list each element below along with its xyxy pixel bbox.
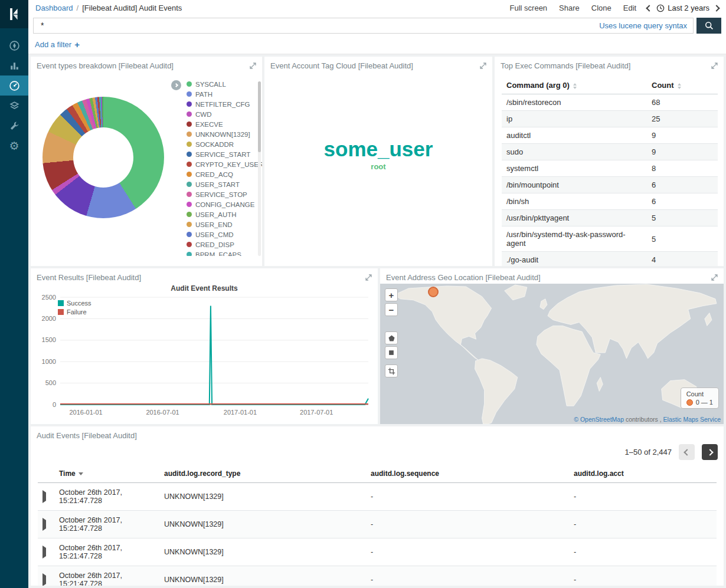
- table-row[interactable]: October 26th 2017, 15:21:47.728 UNKNOWN[…: [38, 483, 717, 511]
- kibana-logo-icon: [5, 5, 23, 23]
- table-row[interactable]: October 26th 2017, 15:21:47.728 UNKNOWN[…: [38, 566, 717, 586]
- fit-bounds-button[interactable]: [385, 364, 398, 377]
- zoom-out-button[interactable]: −: [385, 303, 398, 316]
- sidebar-item-management[interactable]: ⚙: [0, 136, 28, 156]
- legend-item[interactable]: USER_START: [187, 179, 262, 189]
- draw-rectangle-button[interactable]: [385, 346, 398, 359]
- time-range-label: Last 2 years: [668, 4, 709, 12]
- series-legend-item[interactable]: Success: [58, 298, 91, 307]
- nav-action-share[interactable]: Share: [559, 4, 580, 12]
- search-button[interactable]: [696, 18, 721, 34]
- table-row[interactable]: October 26th 2017, 15:21:47.728 UNKNOWN[…: [38, 511, 717, 538]
- exec-column-count[interactable]: Count: [647, 77, 718, 94]
- sidebar-item-visualize[interactable]: [0, 55, 28, 75]
- lucene-syntax-link[interactable]: Uses lucene query syntax: [599, 21, 687, 30]
- search-input[interactable]: [34, 18, 693, 33]
- command-cell: /usr/bin/systemd-tty-ask-password-agent: [502, 226, 647, 252]
- legend-item[interactable]: SERVICE_STOP: [187, 189, 262, 199]
- legend-label: BPRM_FCAPS: [195, 251, 241, 257]
- kibana-logo[interactable]: [0, 0, 28, 28]
- chevron-left-icon[interactable]: [646, 5, 653, 11]
- legend-color-dot: [187, 172, 192, 177]
- series-legend-item[interactable]: Failure: [58, 307, 91, 316]
- exec-column-command[interactable]: Command (arg 0): [502, 77, 647, 94]
- geo-map[interactable]: + −: [380, 284, 724, 424]
- legend-scrollbar[interactable]: [258, 81, 261, 256]
- expand-panel-icon[interactable]: [711, 274, 718, 281]
- sidebar-item-discover[interactable]: [0, 35, 28, 55]
- legend-item[interactable]: SYSCALL: [187, 79, 262, 89]
- legend-item[interactable]: USER_CMD: [187, 229, 262, 239]
- count-cell: 25: [647, 111, 718, 127]
- donut-hole: [73, 127, 133, 188]
- legend-toggle-button[interactable]: [171, 80, 181, 90]
- tag-root[interactable]: root: [371, 163, 385, 171]
- sort-desc-icon: [79, 472, 83, 475]
- table-row: /bin/mountpoint6: [502, 177, 718, 193]
- nav-action-full-screen[interactable]: Full screen: [510, 4, 548, 12]
- series-label: Failure: [67, 308, 87, 316]
- nav-action-edit[interactable]: Edit: [623, 4, 636, 12]
- breadcrumb: Dashboard / [Filebeat Auditd] Audit Even…: [35, 4, 182, 12]
- table-row: auditctl9: [502, 127, 718, 144]
- legend-item[interactable]: UNKNOWN[1329]: [187, 129, 262, 139]
- legend-item[interactable]: PATH: [187, 89, 262, 99]
- pagination: 1–50 of 2,447: [31, 442, 724, 465]
- audit-column-sequence[interactable]: auditd.log.sequence: [366, 465, 569, 483]
- expander-cell[interactable]: [38, 538, 54, 566]
- draw-polygon-button[interactable]: [385, 331, 398, 344]
- svg-text:500: 500: [45, 379, 56, 386]
- sequence-cell: -: [366, 538, 569, 566]
- expand-panel-icon[interactable]: [480, 63, 486, 69]
- elastic-maps-link[interactable]: Elastic Maps Service: [663, 416, 721, 423]
- next-page-button[interactable]: [702, 444, 718, 460]
- sidebar-item-dev-tools[interactable]: [0, 116, 28, 136]
- audit-column-record-type[interactable]: auditd.log.record_type: [159, 465, 366, 483]
- audit-column-time[interactable]: Time: [54, 465, 159, 483]
- nav-action-clone[interactable]: Clone: [591, 4, 611, 12]
- expand-row-icon: [42, 573, 46, 586]
- expander-cell[interactable]: [38, 511, 54, 538]
- openstreetmap-link[interactable]: © OpenStreetMap: [574, 416, 624, 423]
- previous-page-button[interactable]: [679, 444, 695, 460]
- expand-panel-icon[interactable]: [250, 63, 256, 69]
- legend-item[interactable]: EXECVE: [187, 119, 262, 129]
- legend-item[interactable]: BPRM_FCAPS: [187, 249, 262, 256]
- sidebar-item-timelion[interactable]: [0, 96, 28, 116]
- legend-item[interactable]: CRYPTO_KEY_USER: [187, 159, 262, 169]
- legend-item[interactable]: USER_END: [187, 219, 262, 229]
- legend-item[interactable]: NETFILTER_CFG: [187, 99, 262, 109]
- crop-icon: [388, 367, 395, 375]
- legend-item[interactable]: CRED_ACQ: [187, 169, 262, 179]
- series-label: Success: [67, 300, 91, 307]
- legend-item[interactable]: CONFIG_CHANGE: [187, 199, 262, 209]
- table-row: /usr/bin/pkttyagent5: [502, 210, 718, 226]
- chevron-right-icon[interactable]: [713, 5, 720, 11]
- audit-column-acct[interactable]: auditd.log.acct: [569, 465, 717, 483]
- exec-table-body: /sbin/restorecon68 ip25 auditctl9 sudo9 …: [502, 94, 718, 267]
- legend-item[interactable]: SOCKADDR: [187, 139, 262, 149]
- panel-title: Event Account Tag Cloud [Filebeat Auditd…: [270, 61, 413, 70]
- sidebar-item-dashboard[interactable]: [0, 75, 28, 96]
- expander-cell[interactable]: [38, 566, 54, 586]
- legend-item[interactable]: CWD: [187, 109, 262, 119]
- panel-geo-map: Event Address Geo Location [Filebeat Aud…: [380, 268, 724, 424]
- command-cell: systemctl: [502, 160, 647, 177]
- expander-cell[interactable]: [38, 483, 54, 511]
- expand-panel-icon[interactable]: [365, 274, 372, 281]
- legend-label: SYSCALL: [195, 81, 226, 88]
- event-types-donut[interactable]: [42, 97, 164, 218]
- legend-item[interactable]: USER_AUTH: [187, 209, 262, 219]
- time-picker-button[interactable]: Last 2 years: [656, 4, 709, 12]
- legend-item[interactable]: CRED_DISP: [187, 239, 262, 249]
- table-row[interactable]: October 26th 2017, 15:21:47.728 UNKNOWN[…: [38, 538, 717, 566]
- breadcrumb-dashboard-link[interactable]: Dashboard: [35, 4, 73, 12]
- tag-some_user[interactable]: some_user: [324, 138, 433, 161]
- add-filter-plus-icon[interactable]: +: [74, 40, 80, 50]
- expand-panel-icon[interactable]: [711, 63, 718, 69]
- command-cell: auditctl: [502, 127, 647, 144]
- table-row: systemctl8: [502, 160, 718, 177]
- zoom-in-button[interactable]: +: [385, 288, 398, 301]
- add-filter-link[interactable]: Add a filter: [35, 40, 71, 49]
- legend-item[interactable]: SERVICE_START: [187, 149, 262, 159]
